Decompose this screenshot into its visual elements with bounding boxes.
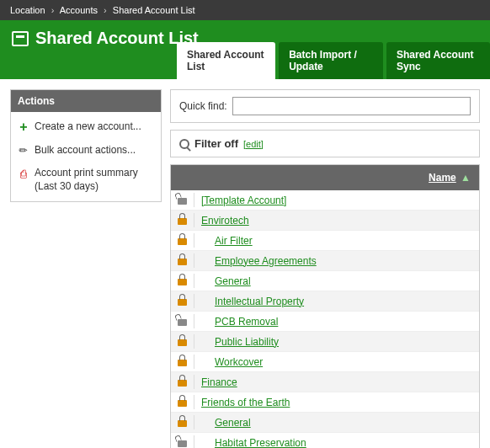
lock-icon — [178, 375, 187, 387]
table-row: General — [171, 413, 479, 433]
table-row: Finance — [171, 372, 479, 392]
lock-cell — [171, 274, 194, 288]
lock-icon — [178, 355, 187, 366]
quick-find-bar: Quick find: — [170, 89, 480, 123]
name-cell: Public Liability — [194, 336, 479, 348]
chevron-right-icon: › — [104, 5, 107, 15]
lock-icon — [178, 395, 187, 407]
lock-cell — [171, 415, 194, 429]
account-link[interactable]: [Template Account] — [201, 195, 286, 206]
action-label: Account print summary (Last 30 days) — [35, 167, 154, 193]
name-cell: Finance — [194, 376, 479, 388]
table-row: Air Filter — [171, 231, 479, 251]
name-cell: Employee Agreements — [194, 255, 479, 267]
actions-list: + Create a new account... ✎ Bulk account… — [11, 112, 161, 201]
actions-panel-title: Actions — [11, 90, 161, 112]
account-link[interactable]: Employee Agreements — [215, 255, 317, 267]
breadcrumb-root[interactable]: Location — [10, 5, 45, 15]
search-input[interactable] — [232, 97, 471, 115]
lock-icon — [178, 435, 187, 447]
name-cell: PCB Removal — [194, 316, 479, 328]
lock-cell — [171, 294, 194, 308]
tab-batch-import[interactable]: Batch Import / Update — [279, 42, 383, 79]
table-row: Employee Agreements — [171, 251, 479, 271]
table-row: Habitat Preservation — [171, 433, 479, 448]
table-row: [Template Account] — [171, 190, 479, 211]
name-cell: Friends of the Earth — [194, 397, 479, 408]
tab-shared-account-sync[interactable]: Shared Account Sync — [386, 42, 490, 79]
name-cell: [Template Account] — [194, 195, 479, 206]
lock-cell — [171, 213, 194, 227]
lock-cell — [171, 395, 194, 409]
table-body: [Template Account]EnvirotechAir FilterEm… — [171, 190, 479, 448]
account-link[interactable]: PCB Removal — [215, 316, 278, 328]
actions-panel: Actions + Create a new account... ✎ Bulk… — [10, 89, 162, 202]
wand-icon: ✎ — [15, 142, 32, 159]
action-label: Create a new account... — [35, 120, 141, 134]
pdf-icon: ⎙ — [18, 168, 29, 179]
breadcrumb: Location › Accounts › Shared Account Lis… — [0, 0, 490, 20]
lock-cell — [171, 233, 194, 248]
plus-icon: + — [18, 121, 29, 133]
lock-icon — [178, 415, 187, 427]
tab-bar: Shared Account List Batch Import / Updat… — [177, 42, 490, 79]
account-link[interactable]: Intellectual Property — [215, 296, 304, 307]
action-create-account[interactable]: + Create a new account... — [11, 115, 161, 139]
table-row: PCB Removal — [171, 312, 479, 332]
lock-cell — [171, 193, 194, 207]
table-row: Public Liability — [171, 332, 479, 352]
page-title-text: Shared Account List — [35, 29, 199, 48]
lock-cell — [171, 334, 194, 349]
name-cell: Intellectual Property — [194, 296, 479, 307]
account-link[interactable]: Habitat Preservation — [215, 437, 306, 449]
table-row: Intellectual Property — [171, 291, 479, 312]
table-row: Friends of the Earth — [171, 392, 479, 413]
main-content: Quick find: Filter off [edit] Name ▲ [Te… — [170, 89, 480, 448]
action-bulk-actions[interactable]: ✎ Bulk account actions... — [11, 139, 161, 163]
search-icon — [179, 139, 189, 149]
lock-icon — [178, 334, 187, 346]
lock-cell — [171, 253, 194, 268]
column-name[interactable]: Name — [429, 172, 456, 184]
name-cell: Envirotech — [194, 215, 479, 227]
page-header: Shared Account List Shared Account List … — [0, 20, 490, 79]
name-cell: General — [194, 275, 479, 287]
breadcrumb-accounts[interactable]: Accounts — [60, 5, 98, 15]
action-print-summary[interactable]: ⎙ Account print summary (Last 30 days) — [11, 162, 161, 198]
tab-shared-account-list[interactable]: Shared Account List — [177, 42, 275, 79]
account-link[interactable]: Friends of the Earth — [201, 397, 290, 408]
name-cell: Workcover — [194, 356, 479, 368]
breadcrumb-leaf: Shared Account List — [113, 5, 195, 15]
account-link[interactable]: Public Liability — [215, 336, 279, 348]
table-header[interactable]: Name ▲ — [171, 165, 479, 190]
account-link[interactable]: Workcover — [215, 356, 263, 368]
quick-find-label: Quick find: — [179, 100, 227, 112]
sidebar: Actions + Create a new account... ✎ Bulk… — [10, 89, 162, 202]
name-cell: General — [194, 417, 479, 429]
lock-cell — [171, 375, 194, 389]
sort-asc-icon: ▲ — [461, 172, 471, 184]
lock-cell — [171, 355, 194, 369]
lock-icon — [178, 233, 187, 245]
filter-status: Filter off — [194, 137, 238, 150]
filter-bar: Filter off [edit] — [170, 130, 480, 157]
lock-icon — [178, 294, 187, 306]
action-label: Bulk account actions... — [35, 144, 136, 157]
account-link[interactable]: General — [215, 417, 251, 429]
filter-edit-link[interactable]: [edit] — [243, 139, 264, 149]
account-link[interactable]: Air Filter — [215, 235, 253, 247]
lock-icon — [178, 314, 187, 326]
account-link[interactable]: Envirotech — [201, 215, 249, 227]
account-link[interactable]: General — [215, 275, 251, 287]
chevron-right-icon: › — [51, 5, 55, 15]
table-row: General — [171, 271, 479, 291]
lock-icon — [178, 253, 187, 265]
lock-cell — [171, 435, 194, 448]
name-cell: Habitat Preservation — [194, 437, 479, 449]
lock-cell — [171, 314, 194, 328]
name-cell: Air Filter — [194, 235, 479, 247]
lock-icon — [178, 193, 187, 205]
account-link[interactable]: Finance — [201, 376, 237, 388]
table-row: Envirotech — [171, 211, 479, 231]
lock-icon — [178, 274, 187, 285]
